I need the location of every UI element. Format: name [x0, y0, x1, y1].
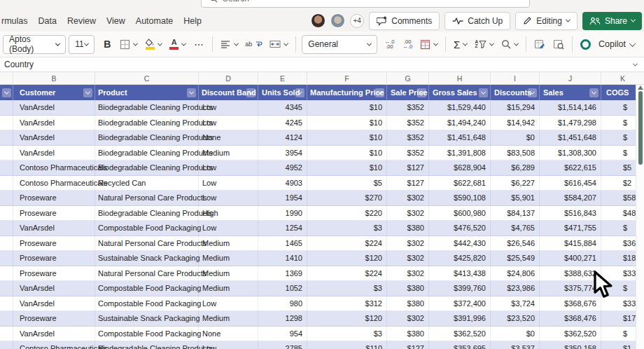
cell-product[interactable]: Biodegradable Cleaning Products — [98, 160, 213, 176]
cell-sale-price[interactable]: $127 — [386, 341, 424, 349]
cell-cogs[interactable]: $36 — [623, 236, 636, 252]
cell-product[interactable]: Compostable Food Packaging — [98, 296, 201, 312]
cell-cogs[interactable]: $33 — [623, 296, 636, 312]
cell-sales[interactable]: $584,207 — [539, 191, 596, 206]
cell-discount-band[interactable]: Low — [202, 221, 216, 236]
table-row[interactable]: VanArsdel Biodegradable Cleaning Product… — [0, 146, 644, 161]
column-header-a[interactable] — [0, 72, 13, 85]
cell-manufacturing-price[interactable]: $10 — [307, 130, 382, 146]
cell-customer[interactable]: VanArsdel — [20, 327, 55, 342]
cell-sales[interactable]: $415,884 — [539, 236, 596, 252]
cell-discount-band[interactable]: Low — [202, 100, 216, 116]
cell-customer[interactable]: Proseware — [20, 206, 57, 221]
filter-button-customer[interactable] — [83, 88, 92, 97]
cell-discount-band[interactable]: High — [202, 206, 218, 221]
font-size-combo[interactable]: 11 — [69, 35, 94, 54]
sort-filter-button[interactable]: AZ — [472, 35, 496, 53]
cell-manufacturing-price[interactable]: $224 — [307, 266, 382, 282]
cell-gross-sales[interactable]: $353,695 — [428, 341, 486, 349]
cell-manufacturing-price[interactable]: $312 — [307, 296, 382, 312]
cell-cogs[interactable]: $ — [623, 281, 627, 296]
format-as-table-button[interactable] — [418, 35, 440, 53]
cell-product[interactable]: Recycled Can — [98, 176, 146, 191]
menu-help[interactable]: Help — [183, 16, 202, 26]
cell-gross-sales[interactable]: $1,494,240 — [428, 116, 486, 131]
cell-customer[interactable]: VanArsdel — [20, 116, 55, 131]
cell-manufacturing-price[interactable]: $120 — [307, 311, 382, 327]
cell-sales[interactable]: $350,158 — [539, 341, 596, 349]
cell-customer[interactable]: Proseware — [20, 251, 57, 266]
cell-sale-price[interactable]: $380 — [386, 221, 424, 236]
cell-units-sold[interactable]: 3954 — [258, 146, 302, 161]
decrease-decimal-button[interactable]: .00 →.0 — [400, 35, 414, 53]
collapse-ribbon-button[interactable] — [628, 35, 637, 53]
cell-sale-price[interactable]: $380 — [386, 327, 424, 342]
cell-units-sold[interactable]: 1369 — [258, 266, 302, 282]
cell-discounts[interactable]: $26,546 — [490, 236, 535, 252]
cell-customer[interactable]: VanArsdel — [20, 221, 55, 236]
cell-product[interactable]: Natural Personal Care Products — [98, 266, 206, 282]
table-row[interactable]: Proseware Sustainable Snack Packaging Me… — [0, 311, 644, 327]
cell-product[interactable]: Biodegradable Cleaning Products — [98, 206, 213, 221]
cell-manufacturing-price[interactable]: $10 — [307, 116, 382, 131]
table-row[interactable]: VanArsdel Compostable Food Packaging Non… — [0, 327, 644, 342]
cell-gross-sales[interactable]: $391,996 — [428, 311, 486, 327]
cell-discount-band[interactable]: Medium — [202, 146, 230, 161]
cell-sale-price[interactable]: $302 — [386, 266, 424, 282]
cell-product[interactable]: Biodegradable Cleaning Products — [98, 116, 213, 131]
cell-manufacturing-price[interactable]: $3 — [307, 327, 382, 342]
cell-gross-sales[interactable]: $628,904 — [428, 160, 486, 176]
more-font-options-button[interactable]: ⋯ — [192, 35, 206, 53]
cell-sale-price[interactable]: $380 — [386, 281, 424, 296]
cell-sales[interactable]: $368,476 — [539, 311, 596, 327]
cell-sales[interactable]: $1,514,146 — [539, 100, 596, 116]
cell-sales[interactable]: $400,271 — [539, 251, 596, 266]
cell-discounts[interactable]: $3,537 — [490, 341, 535, 349]
table-row[interactable]: VanArsdel Compostable Food Packaging Med… — [0, 281, 644, 296]
cell-sales[interactable]: $368,676 — [539, 296, 596, 312]
increase-decimal-button[interactable]: ←.0 .00 — [383, 35, 397, 53]
cell-gross-sales[interactable]: $476,520 — [428, 221, 486, 236]
sheet-grid[interactable]: VanArsdel Biodegradable Cleaning Product… — [0, 100, 644, 349]
cell-customer[interactable]: VanArsdel — [20, 296, 55, 312]
table-row[interactable]: Proseware Sustainable Snack Packaging Me… — [0, 251, 644, 266]
cell-discount-band[interactable]: Low — [202, 341, 216, 349]
cell-units-sold[interactable]: 1954 — [258, 191, 302, 206]
cell-discount-band[interactable]: Medium — [202, 236, 230, 252]
table-row[interactable]: VanArsdel Compostable Food Packaging Low… — [0, 296, 644, 312]
table-row[interactable]: VanArsdel Compostable Food Packaging Low… — [0, 221, 644, 236]
cell-manufacturing-price[interactable]: $10 — [307, 146, 382, 161]
cell-customer[interactable]: VanArsdel — [20, 130, 55, 146]
filter-button-sales[interactable] — [589, 88, 598, 97]
cell-discounts[interactable]: $15,294 — [490, 100, 535, 116]
cell-gross-sales[interactable]: $399,760 — [428, 281, 486, 296]
cell-manufacturing-price[interactable]: $220 — [307, 206, 382, 221]
cell-manufacturing-price[interactable]: $110 — [307, 341, 382, 349]
catch-up-button[interactable]: Catch Up — [444, 12, 510, 30]
cell-discounts[interactable]: $14,942 — [490, 116, 535, 131]
table-row[interactable]: Proseware Natural Personal Care Products… — [0, 236, 644, 252]
bold-button[interactable]: B — [102, 35, 113, 53]
cell-cogs[interactable]: $18 — [623, 251, 636, 266]
cell-gross-sales[interactable]: $413,438 — [428, 266, 486, 282]
table-row[interactable]: VanArsdel Biodegradable Cleaning Product… — [0, 130, 644, 146]
share-button[interactable]: Share — [582, 12, 642, 30]
cell-sale-price[interactable]: $352 — [386, 146, 424, 161]
cell-units-sold[interactable]: 4124 — [258, 130, 302, 146]
column-header-i[interactable]: I — [490, 72, 539, 85]
cell-product[interactable]: Biodegradable Cleaning Products — [98, 130, 213, 146]
cell-gross-sales[interactable]: $1,451,648 — [428, 130, 486, 146]
cell-sales[interactable]: $375,774 — [539, 281, 596, 296]
wrap-text-button[interactable]: ab — [243, 35, 265, 53]
table-row[interactable]: VanArsdel Biodegradable Cleaning Product… — [0, 116, 644, 131]
number-format-combo[interactable]: General — [302, 35, 377, 54]
autosum-button[interactable]: Σ — [451, 35, 469, 53]
cell-product[interactable]: Compostable Food Packaging — [98, 327, 201, 342]
cell-gross-sales[interactable]: $1,529,440 — [428, 100, 486, 116]
cell-units-sold[interactable]: 1298 — [258, 311, 302, 327]
cell-discounts[interactable]: $23,520 — [490, 311, 535, 327]
cell-discounts[interactable]: $24,806 — [490, 266, 535, 282]
cell-discount-band[interactable]: Medium — [202, 311, 230, 327]
cell-gross-sales[interactable]: $600,980 — [428, 206, 486, 221]
copilot-button[interactable]: Copilot — [578, 35, 628, 53]
